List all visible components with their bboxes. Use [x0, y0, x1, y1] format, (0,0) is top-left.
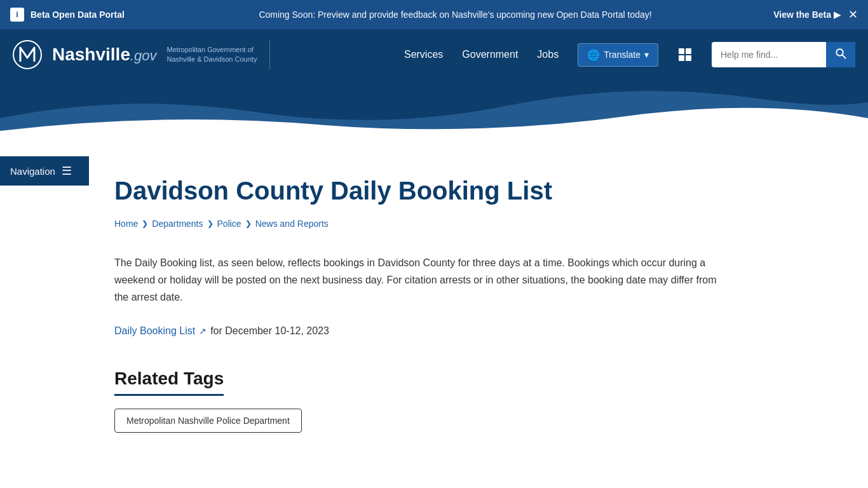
svg-rect-4 — [686, 55, 691, 61]
hero-wave — [0, 80, 868, 156]
related-tags-title: Related Tags — [114, 369, 224, 396]
main-header: Nashville .gov Metropolitan Government o… — [0, 29, 868, 80]
nav-services[interactable]: Services — [404, 49, 443, 60]
sidebar: Navigation ☰ — [0, 156, 89, 474]
grid-icon — [677, 47, 693, 62]
tag-metropolitan-nashville-police[interactable]: Metropolitan Nashville Police Department — [114, 409, 302, 433]
breadcrumb-news-reports[interactable]: News and Reports — [255, 219, 329, 229]
beta-right-actions: View the Beta ▶ ✕ — [773, 9, 858, 20]
grid-icon-button[interactable] — [677, 47, 693, 62]
nashville-logo-icon — [13, 40, 42, 69]
tags-list: Metropolitan Nashville Police Department — [114, 400, 763, 433]
beta-title: Beta Open Data Portal — [31, 10, 125, 20]
search-button[interactable] — [826, 42, 855, 67]
translate-icon: 🌐 — [587, 49, 600, 61]
breadcrumb-sep-3: ❯ — [245, 219, 252, 228]
svg-point-0 — [13, 41, 41, 69]
booking-date-suffix: for December 10-12, 2023 — [210, 325, 329, 337]
breadcrumb: Home ❯ Departments ❯ Police ❯ News and R… — [114, 219, 763, 229]
logo-nashville: Nashville — [52, 44, 130, 65]
nav-toggle-button[interactable]: Navigation ☰ — [0, 156, 89, 186]
content-wrapper: Navigation ☰ Davidson County Daily Booki… — [0, 156, 868, 474]
svg-rect-3 — [679, 55, 684, 61]
main-nav: Services Government Jobs 🌐 Translate ▾ — [404, 42, 855, 67]
logo-subtitle: Metropolitan Government of Nashville & D… — [167, 45, 257, 65]
main-content: Davidson County Daily Booking List Home … — [89, 156, 788, 474]
breadcrumb-police[interactable]: Police — [217, 219, 241, 229]
beta-message: Coming Soon: Preview and provide feedbac… — [137, 10, 773, 20]
beta-icon: i — [10, 8, 24, 22]
body-text: The Daily Booking list, as seen below, r… — [114, 254, 724, 306]
breadcrumb-sep-1: ❯ — [142, 219, 148, 228]
booking-link-line: Daily Booking List ↗ for December 10-12,… — [114, 325, 763, 337]
external-link-icon: ↗ — [199, 326, 207, 336]
related-tags-section: Related Tags Metropolitan Nashville Poli… — [114, 369, 763, 433]
logo-area: Nashville .gov Metropolitan Government o… — [13, 40, 270, 69]
breadcrumb-sep-2: ❯ — [207, 219, 214, 228]
search-icon — [835, 48, 846, 59]
search-input[interactable] — [712, 50, 826, 60]
beta-banner: i Beta Open Data Portal Coming Soon: Pre… — [0, 0, 868, 29]
daily-booking-list-link[interactable]: Daily Booking List — [114, 325, 195, 337]
nav-government[interactable]: Government — [462, 49, 518, 60]
view-beta-link[interactable]: View the Beta ▶ — [773, 10, 841, 20]
svg-rect-1 — [679, 48, 684, 54]
translate-button[interactable]: 🌐 Translate ▾ — [578, 43, 658, 67]
hamburger-icon: ☰ — [62, 164, 72, 178]
page-title: Davidson County Daily Booking List — [114, 175, 763, 206]
nav-jobs[interactable]: Jobs — [537, 49, 559, 60]
logo-gov: .gov — [130, 48, 157, 64]
breadcrumb-home[interactable]: Home — [114, 219, 138, 229]
logo-text-group: Nashville .gov — [52, 44, 157, 65]
svg-rect-2 — [686, 48, 691, 54]
breadcrumb-departments[interactable]: Departments — [152, 219, 203, 229]
svg-line-6 — [843, 55, 846, 58]
search-area — [712, 42, 855, 67]
banner-close-button[interactable]: ✕ — [848, 9, 858, 20]
